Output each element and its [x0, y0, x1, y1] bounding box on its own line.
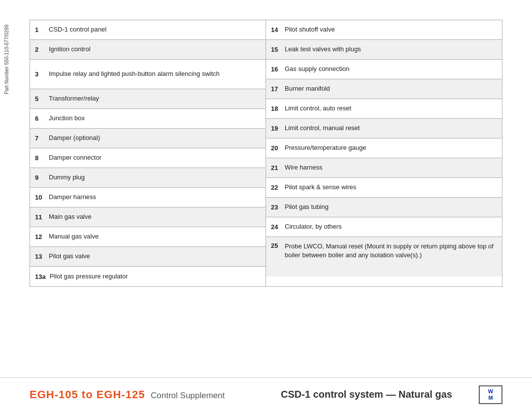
row-label-7: Damper (optional)	[48, 130, 104, 146]
right-row-21: 21Wire harness	[266, 158, 502, 178]
left-row-1: 1CSD-1 control panel	[30, 20, 266, 40]
parts-table: 1CSD-1 control panel2Ignition control3Im…	[30, 20, 502, 287]
row-label-25: Probe LWCO, Manual reset (Mount in suppl…	[284, 237, 502, 264]
footer-subtitle: CSD-1 control system — Natural gas	[254, 389, 479, 400]
footer-left: EGH-105 to EGH-125 Control Supplement	[30, 388, 254, 401]
row-label-11: Main gas valve	[48, 208, 96, 225]
left-row-5: 5Transformer/relay	[30, 89, 266, 109]
right-row-22: 22Pilot spark & sense wires	[266, 178, 502, 198]
right-row-18: 18Limit control, auto reset	[266, 99, 502, 119]
row-num-7: 7	[30, 131, 48, 146]
row-num-8: 8	[30, 150, 48, 166]
left-row-6: 6Junction box	[30, 109, 266, 129]
row-label-6: Junction box	[48, 110, 89, 127]
right-row-17: 17Burner manifold	[266, 79, 502, 99]
left-row-13: 13Pilot gas valve	[30, 247, 266, 267]
right-row-23: 23Pilot gas tubing	[266, 198, 502, 217]
row-num-20: 20	[266, 140, 284, 156]
right-row-16: 16Gas supply connection	[266, 60, 502, 79]
logo-line2: M	[488, 395, 493, 401]
right-row-19: 19Limit control, manual reset	[266, 119, 502, 138]
row-num-16: 16	[266, 62, 284, 77]
row-num-13a: 13a	[30, 269, 49, 284]
footer-title-light: Control Supplement	[151, 391, 225, 400]
row-num-21: 21	[266, 160, 284, 175]
row-label-13a: Pilot gas pressure regulator	[49, 268, 132, 285]
left-column: 1CSD-1 control panel2Ignition control3Im…	[30, 20, 266, 286]
row-label-20: Pressure/temperature gauge	[284, 139, 370, 156]
row-label-21: Wire harness	[284, 159, 327, 176]
row-label-13: Pilot gas valve	[48, 248, 94, 265]
row-label-1: CSD-1 control panel	[48, 21, 110, 38]
row-label-9: Dummy plug	[48, 169, 89, 186]
row-num-12: 12	[30, 229, 48, 244]
row-num-14: 14	[266, 22, 284, 37]
left-row-12: 12Manual gas valve	[30, 227, 266, 247]
left-row-2: 2Ignition control	[30, 40, 266, 60]
row-num-10: 10	[30, 190, 48, 205]
row-label-12: Manual gas valve	[48, 228, 102, 245]
page-container: Part Number 550-110-677/0299 13 1CSD-1 c…	[0, 0, 532, 411]
row-num-22: 22	[266, 180, 284, 195]
row-num-11: 11	[30, 209, 48, 225]
right-row-15: 15Leak test valves with plugs	[266, 40, 502, 60]
left-row-10: 10Damper harness	[30, 188, 266, 207]
row-label-10: Damper harness	[48, 189, 100, 206]
row-num-25: 25	[266, 237, 284, 253]
row-label-15: Leak test valves with plugs	[284, 41, 365, 58]
side-part-number: Part Number 550-110-677/0299	[4, 25, 9, 94]
left-row-3: 3Impulse relay and lighted push-button a…	[30, 60, 266, 89]
row-label-17: Burner manifold	[284, 80, 334, 97]
row-num-5: 5	[30, 91, 48, 106]
row-num-2: 2	[30, 42, 48, 57]
row-label-19: Limit control, manual reset	[284, 120, 364, 137]
row-label-22: Pilot spark & sense wires	[284, 179, 360, 196]
footer-title-bold: EGH-105 to EGH-125	[30, 388, 145, 401]
row-num-17: 17	[266, 81, 284, 97]
right-row-25: 25Probe LWCO, Manual reset (Mount in sup…	[266, 237, 502, 276]
row-num-18: 18	[266, 101, 284, 116]
left-row-7: 7Damper (optional)	[30, 129, 266, 148]
logo-line1: W	[488, 388, 493, 394]
right-column: 14Pilot shutoff valve15Leak test valves …	[266, 20, 502, 286]
row-label-3: Impulse relay and lighted push-button al…	[48, 66, 224, 82]
right-row-20: 20Pressure/temperature gauge	[266, 138, 502, 158]
footer-logo: W M	[479, 385, 502, 404]
row-num-15: 15	[266, 42, 284, 57]
right-row-14: 14Pilot shutoff valve	[266, 20, 502, 40]
row-num-13: 13	[30, 249, 48, 264]
row-label-2: Ignition control	[48, 41, 95, 58]
left-row-13a: 13aPilot gas pressure regulator	[30, 267, 266, 286]
row-label-23: Pilot gas tubing	[284, 199, 332, 215]
row-label-16: Gas supply connection	[284, 61, 354, 77]
footer: EGH-105 to EGH-125 Control Supplement CS…	[0, 377, 532, 411]
row-num-9: 9	[30, 170, 48, 185]
row-label-24: Circulator, by others	[284, 218, 346, 235]
left-row-8: 8Damper connector	[30, 148, 266, 168]
row-label-14: Pilot shutoff valve	[284, 21, 339, 38]
row-num-1: 1	[30, 22, 48, 37]
row-label-18: Limit control, auto reset	[284, 100, 355, 117]
row-label-8: Damper connector	[48, 149, 105, 166]
right-row-24: 24Circulator, by others	[266, 217, 502, 237]
row-num-24: 24	[266, 219, 284, 235]
row-label-5: Transformer/relay	[48, 90, 103, 107]
left-row-9: 9Dummy plug	[30, 168, 266, 188]
row-num-23: 23	[266, 200, 284, 215]
logo-inner: W M	[488, 388, 493, 400]
main-content: 1CSD-1 control panel2Ignition control3Im…	[30, 20, 502, 287]
left-row-11: 11Main gas valve	[30, 207, 266, 227]
row-num-19: 19	[266, 121, 284, 136]
row-num-3: 3	[30, 67, 48, 82]
row-num-6: 6	[30, 111, 48, 126]
